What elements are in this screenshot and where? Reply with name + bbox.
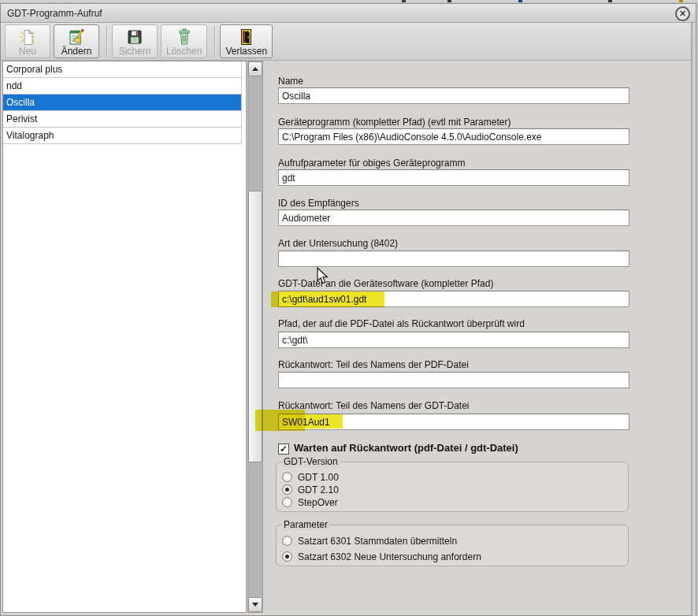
radio-icon	[282, 472, 292, 482]
radio-satzart-6301-label: Satzart 6301 Stammdaten übermitteln	[298, 536, 457, 547]
aendern-button-label: Ändern	[61, 46, 92, 57]
untersuchungsart-label: Art der Untersuchung (8402)	[278, 238, 398, 249]
toolbar-separator	[214, 26, 216, 58]
dialog-right-border	[691, 23, 696, 616]
rueckantwort-gdt-label: Rückantwort: Teil des Namens der GDT-Dat…	[278, 400, 470, 411]
empfaenger-id-label: ID des Empfängers	[278, 198, 359, 209]
geraeteprogramm-input[interactable]	[278, 128, 629, 145]
radio-selected-icon	[282, 484, 292, 495]
save-floppy-icon	[125, 27, 144, 46]
close-icon: ✕	[679, 9, 686, 18]
sichern-button[interactable]: Sichern	[112, 24, 158, 58]
loeschen-button[interactable]: Löschen	[161, 24, 207, 58]
gdt-programm-aufruf-dialog: GDT-Programm-Aufruf ✕ Neu	[0, 3, 696, 616]
radio-icon	[282, 497, 292, 507]
name-label: Name	[278, 76, 303, 87]
gdt-datei-input[interactable]	[278, 291, 629, 307]
radio-gdt-210-label: GDT 2.10	[298, 484, 339, 495]
trash-icon	[175, 27, 194, 46]
background-text-remnants	[402, 0, 406, 2]
title-bar[interactable]: GDT-Programm-Aufruf ✕	[1, 4, 696, 23]
gdt-version-group: GDT-Version GDT 1.00 GDT 2.10 StepOver	[276, 462, 629, 512]
name-input[interactable]	[278, 87, 629, 104]
exit-door-icon	[237, 27, 256, 46]
scroll-down-button[interactable]	[248, 597, 262, 612]
radio-satzart-6302[interactable]: Satzart 6302 Neue Untersuchung anfordern	[282, 551, 481, 562]
device-list: Corporal plus ndd Oscilla Perivist Vital…	[2, 61, 247, 613]
radio-stepover[interactable]: StepOver	[282, 496, 338, 508]
arrow-down-icon	[252, 603, 258, 607]
empfaenger-id-input[interactable]	[278, 210, 629, 226]
dialog-title: GDT-Programm-Aufruf	[1, 4, 696, 19]
radio-satzart-6301[interactable]: Satzart 6301 Stammdaten übermitteln	[282, 535, 457, 547]
arrow-up-icon	[252, 67, 258, 71]
list-item-corporal-plus[interactable]: Corporal plus	[3, 61, 242, 78]
close-button[interactable]: ✕	[675, 6, 690, 21]
scrollbar-thumb[interactable]	[248, 191, 262, 462]
rueckantwort-gdt-input[interactable]	[278, 414, 629, 430]
parameter-legend: Parameter	[281, 519, 330, 530]
rueckantwort-pdf-input[interactable]	[278, 372, 629, 388]
verlassen-button[interactable]: Verlassen	[220, 24, 273, 58]
scroll-up-button[interactable]	[248, 61, 262, 76]
aendern-button[interactable]: Ändern	[54, 24, 99, 58]
warten-checkbox-label: Warten auf Rückantwort (pdf-Datei / gdt-…	[294, 442, 518, 454]
radio-stepover-label: StepOver	[298, 497, 338, 508]
loeschen-button-label: Löschen	[166, 46, 202, 57]
neu-button[interactable]: Neu	[5, 24, 50, 58]
toolbar: Neu Ändern	[1, 23, 696, 61]
gdt-version-legend: GDT-Version	[281, 456, 340, 467]
radio-satzart-6302-label: Satzart 6302 Neue Untersuchung anfordern	[298, 551, 481, 562]
radio-icon	[282, 536, 292, 546]
geraeteprogramm-label: Geräteprogramm (kompletter Pfad) (evtl m…	[278, 117, 511, 128]
list-item-perivist[interactable]: Perivist	[3, 111, 242, 128]
vertical-scrollbar[interactable]	[247, 61, 263, 613]
aufrufparameter-label: Aufrufparameter für obiges Geräteprogram…	[278, 158, 465, 169]
pdf-pfad-input[interactable]	[278, 332, 629, 348]
list-item-oscilla[interactable]: Oscilla	[3, 95, 242, 111]
radio-gdt-210[interactable]: GDT 2.10	[282, 484, 339, 495]
neu-button-label: Neu	[19, 46, 36, 57]
form-panel: Name Geräteprogramm (kompletter Pfad) (e…	[263, 61, 692, 614]
aufrufparameter-input[interactable]	[278, 169, 629, 186]
radio-selected-icon	[282, 551, 292, 562]
parameter-group: Parameter Satzart 6301 Stammdaten übermi…	[276, 525, 629, 566]
new-document-icon	[18, 27, 37, 46]
list-item-vitalograph[interactable]: Vitalograph	[3, 128, 242, 144]
radio-gdt-100-label: GDT 1.00	[298, 472, 339, 483]
gdt-datei-label: GDT-Datei an die Gerätesoftware (komplet…	[278, 278, 493, 289]
sichern-button-label: Sichern	[119, 46, 151, 57]
rueckantwort-pdf-label: Rückantwort: Teil des Namens der PDF-Dat…	[278, 359, 469, 370]
edit-notepad-icon	[67, 27, 86, 46]
pdf-pfad-label: Pfad, der auf die PDF-Datei als Rückantw…	[278, 318, 525, 329]
list-item-ndd[interactable]: ndd	[3, 78, 242, 95]
verlassen-button-label: Verlassen	[225, 46, 267, 57]
warten-checkbox[interactable]: ✓	[278, 443, 289, 455]
radio-gdt-100[interactable]: GDT 1.00	[282, 471, 339, 483]
toolbar-separator	[106, 26, 108, 58]
checkmark-icon: ✓	[280, 443, 288, 455]
untersuchungsart-input[interactable]	[278, 250, 629, 267]
